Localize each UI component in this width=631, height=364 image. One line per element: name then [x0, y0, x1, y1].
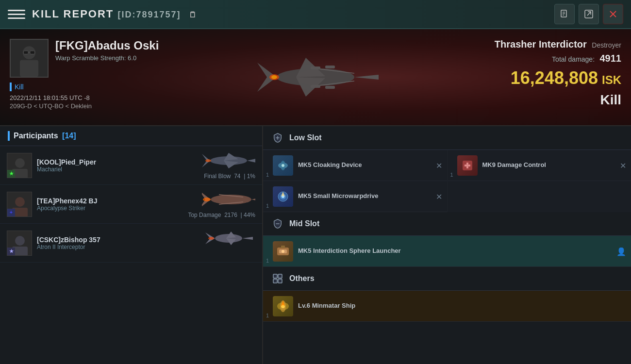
item-icon [273, 241, 293, 262]
svg-rect-11 [24, 51, 29, 54]
svg-rect-25 [311, 85, 320, 88]
avatar: ★ [7, 153, 32, 178]
player-name: [FKG]Abadus Oski [55, 39, 159, 52]
list-item[interactable]: ★ [KOOL]Pied_Piper Machariel [0, 146, 262, 185]
close-button[interactable] [603, 4, 623, 24]
ship-silhouette [238, 43, 383, 111]
datetime: 2022/12/11 18:01:55 UTC -8 [10, 94, 175, 101]
svg-point-28 [15, 158, 25, 168]
item-name: MK5 Small Microwarpdrive [298, 192, 378, 200]
equipment-panel: Low Slot 1 MK5 Cloaking Device ✕ 1 [263, 126, 631, 364]
avatar: + [7, 192, 32, 217]
menu-icon[interactable] [8, 5, 25, 23]
kill-label: Kill [15, 83, 24, 91]
item-name: MK9 Damage Control [482, 161, 546, 169]
svg-rect-23 [311, 66, 320, 69]
item-name: Lv.6 Minmatar Ship [298, 302, 355, 310]
item-name: MK5 Cloaking Device [298, 161, 362, 169]
warp-scramble: Warp Scramble Strength: 6.0 [55, 54, 159, 62]
participants-header: Participants [14] [0, 126, 262, 146]
kill-result: Kill [495, 92, 621, 108]
svg-marker-49 [242, 237, 253, 240]
person-icon: 👤 [616, 247, 626, 256]
svg-rect-10 [20, 60, 38, 77]
title-text: KILL REPORT [32, 8, 114, 20]
ship-type: Destroyer [592, 41, 621, 49]
item-icon [273, 155, 293, 176]
svg-point-35 [205, 159, 211, 162]
mid-slot-grid: 1 MK5 Interdiction Sphere Launcher 👤 [263, 236, 631, 267]
equipment-item[interactable]: 1 MK5 Small Microwarpdrive ✕ [263, 181, 447, 212]
item-icon [273, 186, 293, 207]
svg-rect-12 [30, 51, 35, 54]
list-item[interactable]: ★ [CSKC]zBishop 357 Atron II Interceptor [0, 224, 262, 263]
others-icon [271, 272, 284, 285]
kill-badge: Kill [10, 83, 175, 91]
mid-slot-icon [271, 217, 284, 231]
copy-icon[interactable]: 🗒 [189, 11, 198, 19]
others-header: Others [263, 267, 631, 291]
avatar [10, 39, 49, 78]
svg-rect-69 [281, 246, 285, 248]
svg-rect-24 [325, 66, 335, 68]
ship-thumbnail [202, 189, 255, 211]
svg-rect-72 [273, 279, 277, 283]
svg-point-20 [271, 75, 277, 79]
profile-left: [FKG]Abadus Oski Warp Scramble Strength:… [0, 29, 184, 125]
ship-thumbnail [202, 228, 255, 249]
svg-point-44 [203, 198, 211, 201]
low-slot-title: Low Slot [289, 133, 322, 142]
remove-icon[interactable]: ✕ [436, 192, 442, 201]
equipment-item[interactable]: 1 MK9 Damage Control ✕ [448, 150, 631, 181]
low-slot-single: 1 MK5 Small Microwarpdrive ✕ [263, 181, 631, 212]
equipment-item[interactable]: 1 MK5 Interdiction Sphere Launcher 👤 [263, 236, 631, 267]
badge: + [7, 209, 15, 216]
ship-name: Thrasher Interdictor [495, 39, 587, 50]
profile-section: [FKG]Abadus Oski Warp Scramble Strength:… [0, 29, 631, 126]
svg-point-37 [15, 197, 25, 207]
export-button[interactable] [579, 4, 599, 24]
isk-unit: ISK [602, 73, 621, 87]
mid-slot-title: Mid Slot [289, 219, 319, 228]
report-button[interactable] [554, 4, 575, 24]
isk-value: 16,248,808 [511, 68, 598, 88]
svg-rect-70 [273, 274, 277, 278]
header: KILL REPORT [ID:7891757] 🗒 [0, 0, 631, 29]
svg-rect-61 [466, 163, 468, 168]
badge: ★ [7, 248, 15, 255]
total-damage-label: Total damage: [552, 55, 595, 63]
others-title: Others [289, 274, 315, 283]
mid-slot-header: Mid Slot [263, 212, 631, 236]
remove-icon[interactable]: ✕ [620, 161, 626, 170]
svg-rect-73 [278, 279, 282, 283]
low-slot-icon [271, 131, 284, 145]
ship-image [184, 34, 437, 120]
profile-stats: Thrasher Interdictor Destroyer Total dam… [495, 39, 621, 108]
list-item[interactable]: + [TEA]Phenex42 BJ Apocalypse Striker [0, 185, 262, 224]
low-slot-grid: 1 MK5 Cloaking Device ✕ 1 [263, 150, 631, 181]
remove-icon[interactable]: ✕ [436, 161, 442, 170]
svg-marker-40 [251, 198, 255, 201]
location: 209G-D < UTQ-BO < Deklein [10, 102, 175, 110]
equipment-item[interactable]: 1 MK5 Cloaking Device ✕ [263, 150, 447, 181]
item-icon [457, 155, 478, 176]
others-grid: 1 Lv.6 Minmatar Ship [263, 291, 631, 322]
equipment-item[interactable]: 1 Lv.6 Minmatar Ship [263, 291, 631, 322]
ship-thumbnail [202, 150, 255, 172]
participant-stats: Top Damage 2176 | 44% [188, 212, 255, 218]
participants-panel: Participants [14] ★ [KOOL]Pied_Piper Mac… [0, 126, 263, 364]
svg-point-46 [15, 236, 25, 246]
svg-point-58 [282, 164, 284, 167]
header-actions [554, 4, 623, 24]
participant-stats: Final Blow 74 | 1% [204, 173, 255, 180]
main-content: Participants [14] ★ [KOOL]Pied_Piper Mac… [0, 126, 631, 364]
item-icon [273, 296, 293, 316]
badge: ★ [7, 170, 15, 178]
report-id: [ID:7891757] [117, 10, 181, 19]
low-slot-header: Low Slot [263, 126, 631, 150]
total-damage-value: 4911 [600, 53, 622, 64]
participants-title: Participants [14] [14, 132, 76, 140]
avatar: ★ [7, 231, 32, 256]
svg-line-5 [587, 12, 591, 16]
svg-point-53 [208, 237, 214, 240]
